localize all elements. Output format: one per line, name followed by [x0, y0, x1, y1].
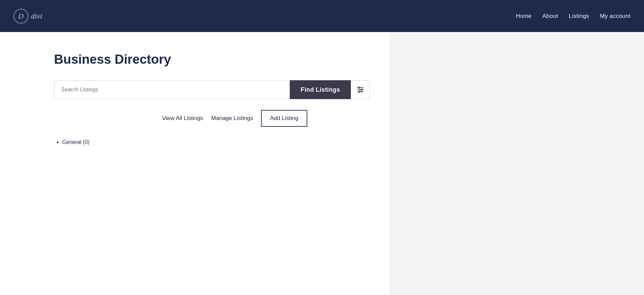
logo-icon: D [14, 9, 28, 24]
filter-icon-button[interactable] [351, 80, 370, 99]
site-header: D divi Home About Listings My account [0, 0, 644, 32]
right-sidebar [390, 32, 408, 295]
logo-name: divi [31, 12, 42, 21]
nav-my-account[interactable]: My account [600, 13, 630, 20]
manage-listings-link[interactable]: Manage Listings [211, 115, 253, 122]
logo-letter: D [18, 12, 24, 21]
main-content: Business Directory Find Listings View Al… [0, 32, 390, 295]
list-item: General (0) [62, 138, 370, 147]
category-link[interactable]: General (0) [62, 139, 89, 145]
site-logo[interactable]: D divi [14, 9, 42, 24]
svg-point-5 [359, 91, 360, 92]
view-all-listings-link[interactable]: View All Listings [162, 115, 203, 122]
categories-list: General (0) [54, 138, 370, 147]
action-row: View All Listings Manage Listings Add Li… [54, 110, 370, 127]
page-wrapper: Business Directory Find Listings View Al… [0, 32, 644, 295]
sliders-icon [356, 86, 364, 94]
add-listing-button[interactable]: Add Listing [261, 110, 307, 127]
nav-about[interactable]: About [542, 13, 558, 20]
find-listings-button[interactable]: Find Listings [290, 80, 351, 99]
page-title: Business Directory [54, 52, 370, 67]
search-input[interactable] [54, 80, 290, 99]
svg-point-4 [361, 89, 362, 90]
svg-point-3 [358, 87, 360, 88]
main-nav: Home About Listings My account [516, 13, 630, 20]
nav-listings[interactable]: Listings [569, 13, 589, 20]
search-row: Find Listings [54, 80, 370, 99]
nav-home[interactable]: Home [516, 13, 532, 20]
